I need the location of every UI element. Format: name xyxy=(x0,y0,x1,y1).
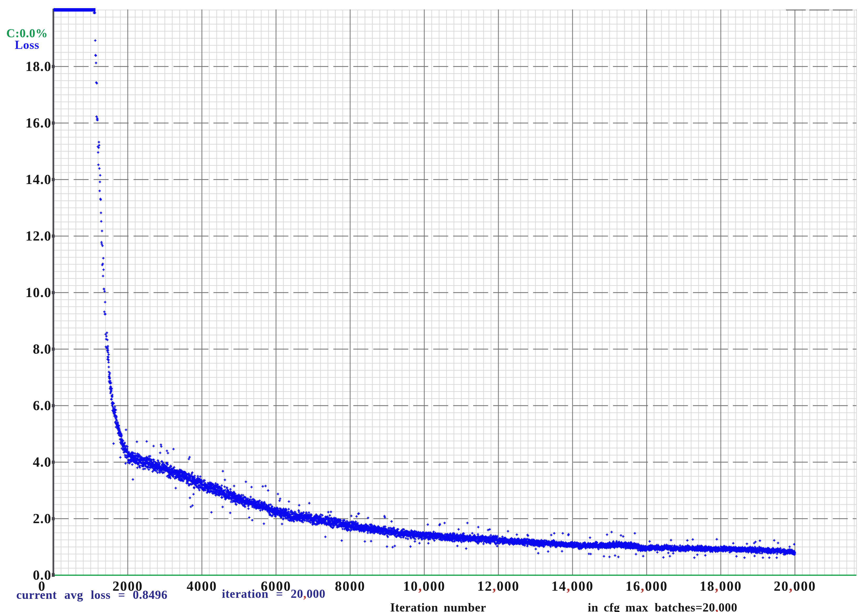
xaxis-title-caption: Iteration number xyxy=(369,601,508,612)
y-tick-label: 10.0 xyxy=(11,286,51,299)
loss-legend-label: Loss xyxy=(5,39,50,51)
loss-curve-canvas xyxy=(0,0,868,612)
x-tick-label: 18,000 xyxy=(685,579,756,593)
y-tick-label: 4.0 xyxy=(11,456,51,469)
iteration-caption: iteration = 20,000 xyxy=(222,588,326,600)
x-tick-label: 16,000 xyxy=(611,579,682,593)
y-tick-label: 6.0 xyxy=(11,399,51,412)
x-tick-label: 14,000 xyxy=(537,579,608,593)
max-batches-caption: in cfg max_batches=20,000 xyxy=(588,601,737,612)
y-tick-label: 18.0 xyxy=(11,60,51,73)
y-tick-label: 14.0 xyxy=(11,173,51,186)
x-tick-label: 10,000 xyxy=(389,579,460,593)
class-accuracy-label: C:0.0% xyxy=(5,27,50,39)
y-tick-label: 16.0 xyxy=(11,116,51,130)
save-hint-caption: Press 's' to save : chart.png - Saved xyxy=(9,601,226,612)
x-tick-label: 12,000 xyxy=(463,579,534,593)
avg-loss-caption: current avg loss = 0.8496 xyxy=(16,589,168,601)
training-loss-chart-window: { "header": { "class_label": "C:0.0%", "… xyxy=(0,0,868,612)
y-tick-label: 2.0 xyxy=(11,512,51,525)
x-tick-label: 20,000 xyxy=(760,579,831,593)
y-tick-label: 8.0 xyxy=(11,342,51,356)
y-tick-label: 12.0 xyxy=(11,229,51,243)
